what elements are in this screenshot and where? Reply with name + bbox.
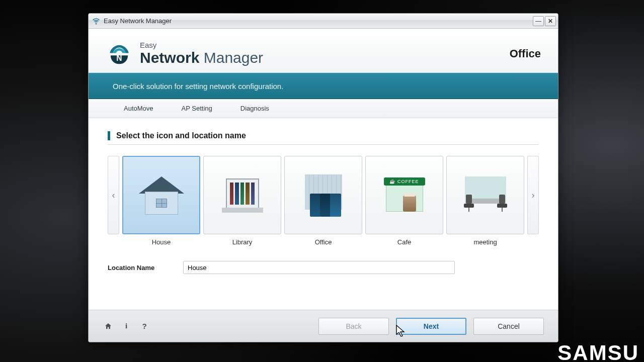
wifi-icon [92, 17, 101, 26]
help-icon[interactable]: ? [139, 321, 150, 332]
tabs: AutoMove AP Setting Diagnosis [89, 99, 558, 118]
tab-ap-setting[interactable]: AP Setting [182, 105, 212, 112]
tile-house[interactable] [122, 156, 200, 234]
carousel-prev[interactable]: ‹ [108, 156, 119, 234]
section-title: Select the icon and location name [108, 131, 539, 140]
footer: i ? Back Next Cancel [89, 310, 558, 342]
tagline: One-click solution for setting network c… [89, 73, 558, 99]
tile-office[interactable] [284, 156, 362, 234]
cancel-button[interactable]: Cancel [473, 318, 544, 335]
application-window: Easy Network Manager — ✕ N Easy Network … [88, 13, 558, 342]
main: Select the icon and location name ‹ Hous… [89, 118, 558, 310]
window-title: Easy Network Manager [104, 17, 172, 25]
location-name-label: Location Name [108, 264, 168, 272]
location-name-row: Location Name [108, 261, 539, 274]
library-icon [215, 167, 270, 223]
meeting-icon [458, 167, 513, 223]
card-meeting: meeting [446, 156, 524, 246]
carousel-next[interactable]: › [527, 156, 539, 234]
house-icon [134, 167, 189, 223]
office-icon [296, 167, 351, 223]
divider [108, 144, 539, 145]
app-logo-icon: N [107, 41, 132, 66]
card-label: Office [315, 238, 332, 246]
current-location: Office [510, 47, 544, 60]
card-library: Library [203, 156, 281, 246]
card-label: House [152, 238, 171, 246]
card-label: meeting [473, 238, 497, 246]
icon-carousel: ‹ House [108, 156, 539, 246]
tab-diagnosis[interactable]: Diagnosis [240, 105, 269, 112]
home-icon[interactable] [103, 321, 114, 332]
logo-title: Network Manager [140, 49, 263, 66]
brand-watermark: SAMSU [557, 341, 639, 362]
titlebar[interactable]: Easy Network Manager — ✕ [89, 14, 558, 29]
tile-meeting[interactable] [446, 156, 524, 234]
minimize-button[interactable]: — [533, 16, 544, 26]
card-house: House [122, 156, 200, 246]
card-cafe: ☕ COFFEE Cafe [365, 156, 443, 246]
close-button[interactable]: ✕ [545, 16, 556, 26]
card-label: Cafe [397, 238, 411, 246]
info-icon[interactable]: i [121, 321, 132, 332]
tile-cafe[interactable]: ☕ COFFEE [365, 156, 443, 234]
card-label: Library [232, 238, 253, 246]
tile-library[interactable] [203, 156, 281, 234]
next-button[interactable]: Next [396, 318, 466, 335]
card-office: Office [284, 156, 362, 246]
logo-easy: Easy [140, 41, 263, 49]
cafe-icon: ☕ COFFEE [377, 167, 432, 223]
location-name-input[interactable] [183, 261, 455, 274]
tab-automove[interactable]: AutoMove [124, 105, 153, 112]
back-button[interactable]: Back [318, 318, 389, 335]
header: N Easy Network Manager Office [89, 29, 558, 73]
svg-text:N: N [116, 54, 122, 62]
